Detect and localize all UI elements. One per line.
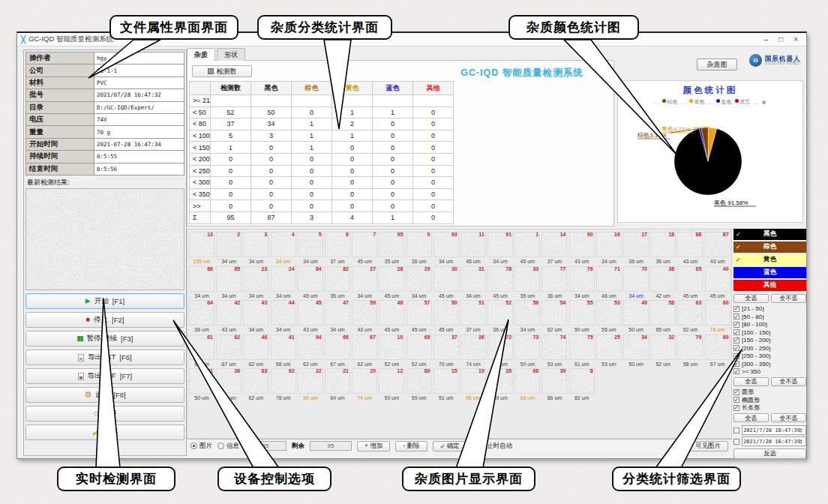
impurity-thumbnail[interactable]: 7634 um (569, 266, 595, 299)
impurity-thumbnail[interactable]: 6436 um (189, 300, 214, 333)
select-all-button[interactable]: 全选 (734, 377, 769, 386)
impurity-thumbnail[interactable]: 637 um (325, 232, 350, 265)
impurity-thumbnail[interactable]: 2164 um (325, 368, 350, 401)
detection-count-button[interactable]: 检测数 (192, 65, 252, 77)
add-button[interactable]: + 增加 (357, 441, 390, 452)
impurity-thumbnail[interactable]: 8362 um (243, 368, 268, 401)
impurity-thumbnail[interactable]: 7453 um (542, 334, 567, 368)
control-button-fs[interactable]: ◇全屏 (26, 406, 184, 422)
impurity-thumbnail[interactable]: 8743 um (705, 232, 730, 265)
size-range-checkbox[interactable]: ✓[100 - 150) (734, 328, 806, 336)
impurity-thumbnail[interactable]: 5236 um (488, 300, 513, 333)
remaining-input[interactable] (310, 441, 352, 451)
tab-shape[interactable]: 形状 (217, 48, 245, 61)
impurity-thumbnail[interactable]: 1836 um (650, 232, 676, 265)
impurity-thumbnail[interactable]: 3134 um (460, 266, 486, 299)
impurity-thumbnail[interactable]: 434 um (271, 232, 296, 265)
impurity-thumbnail[interactable]: 6545 um (677, 266, 703, 299)
impurity-thumbnail[interactable]: 936 um (406, 232, 432, 265)
control-button-pen[interactable]: 清料 (26, 424, 184, 440)
impurity-thumbnail[interactable]: 8067 um (705, 334, 730, 368)
impurity-thumbnail[interactable]: 9278 um (271, 368, 296, 401)
impurity-thumbnail[interactable]: 6667 um (325, 334, 350, 368)
impurity-thumbnail[interactable]: 334 um (243, 232, 268, 265)
impurity-thumbnail[interactable]: 4334 um (243, 300, 268, 333)
impurity-thumbnail[interactable]: 4950 um (623, 300, 649, 333)
impurity-thumbnail[interactable]: 5865 um (650, 300, 676, 333)
impurity-thumbnail[interactable]: 3045 um (434, 266, 459, 299)
impurity-thumbnail[interactable]: 5550 um (569, 300, 595, 333)
impurity-thumbnail[interactable]: 4662 um (243, 334, 268, 368)
select-all-button[interactable]: 全选 (734, 413, 769, 422)
impurity-thumbnail[interactable]: 745 um (352, 232, 377, 265)
impurity-thumbnail[interactable]: 5045 um (434, 300, 459, 333)
impurity-thumbnail[interactable]: 4845 um (379, 300, 404, 333)
radio-image[interactable]: 图片 (190, 442, 212, 451)
impurity-thumbnail[interactable]: 8634 um (189, 266, 214, 299)
impurity-thumbnail[interactable]: 7350 um (514, 334, 540, 368)
size-range-checkbox[interactable]: ✓[300 - 350) (734, 360, 806, 368)
shape-checkbox-圆形[interactable]: ✓圆形 (734, 388, 806, 397)
impurity-thumbnail[interactable]: 3599 um (488, 368, 513, 401)
impurity-thumbnail[interactable]: 1437 um (542, 232, 567, 265)
control-button-gear[interactable]: ⚙设置[F8] (26, 387, 184, 403)
impurity-thumbnail[interactable]: 4158 um (271, 334, 296, 368)
control-button-play[interactable]: ▶开始[F1] (26, 293, 184, 309)
color-filter-其他[interactable]: 其他 (734, 280, 806, 291)
impurity-thumbnail[interactable]: 5355 um (596, 300, 622, 333)
impurity-thumbnail[interactable]: 8445 um (298, 266, 323, 299)
impurity-thumbnail[interactable]: 6078 um (705, 300, 730, 333)
date-spinner[interactable]: 2021/7/28 16:47:39▲▼ (742, 436, 806, 446)
checkbox-icon[interactable] (734, 428, 740, 434)
impurity-thumbnail[interactable]: 4434 um (271, 300, 296, 333)
impurity-thumbnail[interactable]: 2290 um (298, 368, 323, 401)
impurity-thumbnail[interactable]: 1551 um (434, 368, 459, 401)
select-none-button[interactable]: 全不选 (771, 413, 806, 422)
impurity-thumbnail[interactable]: 5462 um (542, 300, 567, 333)
impurity-thumbnail[interactable]: 2662 um (216, 368, 242, 401)
impurity-thumbnail[interactable]: 3674 um (460, 334, 486, 368)
impurity-chart-button[interactable]: 杂质图 (697, 58, 737, 70)
impurity-thumbnail[interactable]: 5137 um (460, 300, 486, 333)
color-filter-棕色[interactable]: ✓棕色 (734, 242, 806, 253)
select-none-button[interactable]: 全不选 (771, 377, 806, 386)
impurity-thumbnail[interactable]: 9043 um (569, 232, 595, 265)
minimize-button[interactable]: – (764, 35, 769, 44)
impurity-thumbnail[interactable]: 1250 um (379, 368, 404, 401)
impurity-thumbnail[interactable]: 6164 um (189, 334, 214, 368)
count-input[interactable] (244, 441, 286, 451)
impurity-thumbnail[interactable]: 1996 um (460, 368, 486, 401)
impurity-thumbnail[interactable]: 8843 um (677, 232, 703, 265)
control-button-pause[interactable]: ▮▮暂停/继续[F3] (26, 331, 184, 346)
impurity-thumbnail[interactable]: 1145 um (460, 232, 486, 265)
size-range-checkbox[interactable]: ✓>= 350 (734, 368, 806, 375)
impurity-thumbnail[interactable]: 2845 um (379, 266, 404, 299)
impurity-thumbnail[interactable]: 2074 um (352, 368, 377, 401)
impurity-thumbnail[interactable]: 13105 um (189, 232, 214, 265)
impurity-thumbnail[interactable]: 4543 um (298, 300, 323, 333)
checkbox-icon[interactable] (734, 439, 740, 445)
impurity-thumbnail[interactable]: 1052 um (379, 334, 404, 368)
visible-images-button[interactable]: 可见图片 (688, 441, 728, 452)
impurity-thumbnail[interactable]: 1634 um (596, 232, 622, 265)
invert-selection-button[interactable]: 反选 (734, 448, 806, 459)
impurity-thumbnail[interactable]: 4243 um (216, 300, 242, 333)
impurity-thumbnail[interactable]: 3986 um (542, 368, 567, 401)
size-range-checkbox[interactable]: ✓[200 - 250) (734, 344, 806, 352)
impurity-thumbnail[interactable]: 9462 um (298, 334, 323, 368)
shape-checkbox-长条形[interactable]: ✓长条形 (734, 404, 806, 412)
radio-info[interactable]: 信息 (218, 442, 239, 451)
impurity-thumbnail[interactable]: 3842 um (650, 266, 676, 299)
impurity-thumbnail[interactable]: 8534 um (216, 266, 242, 299)
impurity-thumbnail[interactable]: 3770 um (434, 334, 459, 368)
impurity-thumbnail[interactable]: 9134 um (488, 232, 513, 265)
impurity-thumbnail[interactable]: 7146 um (596, 266, 622, 299)
tab-impurity[interactable]: 杂质 (187, 48, 215, 61)
impurity-thumbnail[interactable]: 882 um (569, 368, 595, 401)
impurity-thumbnail[interactable]: 7958 um (677, 334, 703, 368)
size-range-checkbox[interactable]: ✓[80 - 100) (734, 321, 806, 328)
impurity-thumbnail[interactable]: 6352 um (677, 300, 703, 333)
impurity-thumbnail[interactable]: 7252 um (488, 334, 513, 368)
impurity-thumbnail[interactable]: 8150 um (189, 368, 214, 401)
auto-stop-checkbox[interactable]: 停止时自动 (472, 442, 513, 451)
